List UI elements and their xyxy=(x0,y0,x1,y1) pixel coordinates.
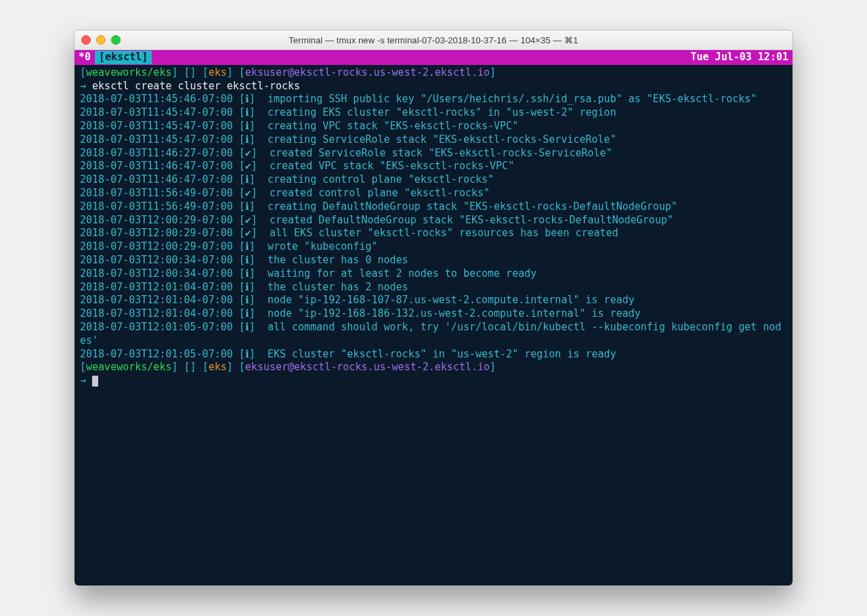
window-title: Terminal — tmux new -s terminal-07-03-20… xyxy=(75,35,792,45)
prompt-repo: weaveworks/eks xyxy=(86,361,171,373)
tmux-window-name: [eksctl] xyxy=(95,51,152,64)
prompt-repo: weaveworks/eks xyxy=(86,66,171,79)
tmux-left-prefix: *0 xyxy=(79,51,91,64)
terminal-body[interactable]: *0 [eksctl] Tue Jul-03 12:01 [weaveworks… xyxy=(75,50,792,586)
log-line: 2018-07-03T11:46:47-07:00 [ℹ] creating c… xyxy=(80,173,787,187)
log-line: 2018-07-03T12:01:04-07:00 [ℹ] the cluste… xyxy=(80,281,787,294)
prompt-line: [weaveworks/eks] [] [eks] [eksuser@eksct… xyxy=(80,66,787,80)
minimize-icon[interactable] xyxy=(96,35,106,45)
tmux-clock: Tue Jul-03 12:01 xyxy=(691,51,789,64)
terminal-content[interactable]: [weaveworks/eks] [] [eks] [eksuser@eksct… xyxy=(75,65,792,393)
log-line: 2018-07-03T12:01:04-07:00 [ℹ] node "ip-1… xyxy=(80,307,787,321)
log-line: 2018-07-03T12:01:05-07:00 [ℹ] EKS cluste… xyxy=(80,348,787,361)
traffic-lights xyxy=(81,35,121,45)
log-line: 2018-07-03T12:00:29-07:00 [✔] created De… xyxy=(80,214,787,227)
log-line: 2018-07-03T12:00:34-07:00 [ℹ] waiting fo… xyxy=(80,267,787,281)
prompt-eks: eks xyxy=(209,66,227,79)
log-line: 2018-07-03T11:56:49-07:00 [✔] created co… xyxy=(80,187,787,200)
log-line: 2018-07-03T11:45:46-07:00 [ℹ] importing … xyxy=(80,93,787,106)
close-icon[interactable] xyxy=(81,35,91,45)
terminal-window: Terminal — tmux new -s terminal-07-03-20… xyxy=(74,30,793,586)
log-line: 2018-07-03T11:56:49-07:00 [ℹ] creating D… xyxy=(80,200,787,214)
prompt-eks: eks xyxy=(209,361,227,373)
log-line: 2018-07-03T11:46:27-07:00 [✔] created Se… xyxy=(80,147,787,160)
log-line: 2018-07-03T12:00:29-07:00 [ℹ] wrote "kub… xyxy=(80,240,787,254)
log-line: 2018-07-03T12:01:04-07:00 [ℹ] node "ip-1… xyxy=(80,294,787,307)
tmux-status-bar: *0 [eksctl] Tue Jul-03 12:01 xyxy=(75,50,792,65)
cursor-icon xyxy=(92,376,98,387)
command-line: → eksctl create cluster eksctl-rocks xyxy=(80,80,787,93)
log-line: 2018-07-03T11:46:47-07:00 [✔] created VP… xyxy=(80,160,787,173)
window-titlebar[interactable]: Terminal — tmux new -s terminal-07-03-20… xyxy=(75,30,792,50)
log-line: 2018-07-03T11:45:47-07:00 [ℹ] creating S… xyxy=(80,133,787,147)
input-line[interactable]: → xyxy=(80,374,787,388)
log-line: 2018-07-03T12:00:29-07:00 [✔] all EKS cl… xyxy=(80,227,787,240)
log-line: 2018-07-03T11:45:47-07:00 [ℹ] creating V… xyxy=(80,120,787,133)
log-line: 2018-07-03T11:45:47-07:00 [ℹ] creating E… xyxy=(80,106,787,120)
log-line: 2018-07-03T12:00:34-07:00 [ℹ] the cluste… xyxy=(80,254,787,267)
prompt-userhost: eksuser@eksctl-rocks.us-west-2.eksctl.io xyxy=(245,66,490,79)
zoom-icon[interactable] xyxy=(111,35,121,45)
log-line: 2018-07-03T12:01:05-07:00 [ℹ] all comman… xyxy=(80,321,787,348)
prompt-userhost: eksuser@eksctl-rocks.us-west-2.eksctl.io xyxy=(245,361,490,373)
prompt-line: [weaveworks/eks] [] [eks] [eksuser@eksct… xyxy=(80,361,787,374)
